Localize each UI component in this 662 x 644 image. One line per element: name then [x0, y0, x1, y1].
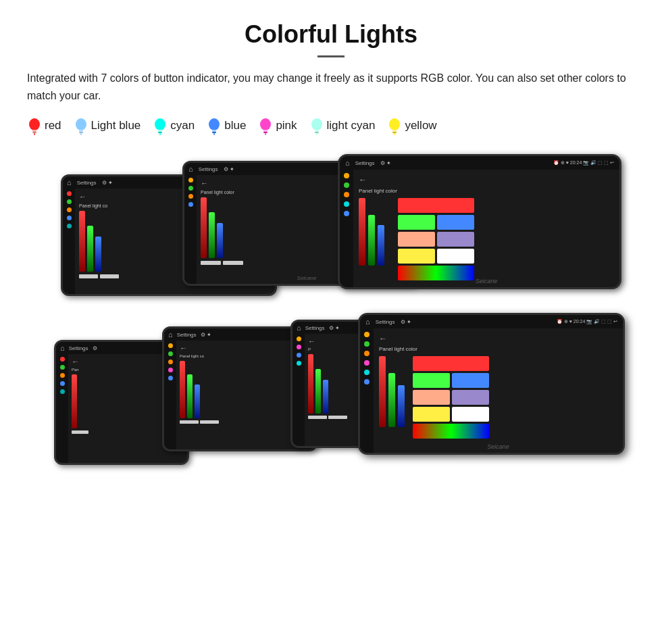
color-item-cyan: cyan	[153, 116, 195, 135]
svg-rect-18	[263, 132, 268, 133]
svg-rect-9	[158, 130, 162, 132]
title-divider	[317, 55, 345, 57]
color-label-lightcyan: light cyan	[327, 119, 376, 132]
color-label-blue: blue	[224, 119, 246, 132]
device-7: ⌂ Settings ⚙ ✦ ⏰ ⊕ ♥ 20:24 📷 🔊 ⬚ ⬚ ↩ ← P…	[358, 313, 625, 455]
svg-rect-25	[392, 130, 397, 132]
color-item-yellow: yellow	[387, 116, 436, 135]
svg-point-8	[155, 118, 166, 130]
color-indicators-row: red Light blue cyan	[27, 116, 635, 135]
svg-rect-6	[79, 132, 83, 133]
device-row-2: ⌂ Settings ⚙ MIC RST ← Pan	[34, 313, 628, 475]
page-title: Colorful Lights	[27, 20, 635, 49]
color-label-pink: pink	[276, 119, 297, 132]
bulb-icon-red	[27, 116, 42, 135]
svg-rect-17	[263, 130, 268, 132]
svg-rect-22	[315, 132, 319, 133]
svg-point-24	[389, 118, 400, 130]
bulb-icon-yellow	[387, 116, 402, 135]
svg-point-20	[311, 118, 322, 130]
color-label-lightblue: Light blue	[91, 119, 141, 132]
svg-rect-2	[32, 132, 36, 133]
bulb-icon-lightblue	[74, 116, 88, 135]
color-item-lightblue: Light blue	[74, 116, 141, 135]
device-row-1: ⌂ Settings ⚙ ✦ MIC ← Panel light co	[34, 154, 628, 303]
color-label-red: red	[45, 119, 61, 132]
svg-rect-5	[79, 130, 83, 132]
svg-point-4	[76, 118, 86, 130]
svg-point-12	[209, 118, 220, 130]
svg-rect-14	[212, 132, 216, 133]
color-item-lightcyan: light cyan	[309, 116, 376, 135]
color-label-cyan: cyan	[170, 119, 195, 132]
bulb-icon-blue	[207, 116, 222, 135]
color-item-red: red	[27, 116, 61, 135]
bulb-icon-lightcyan	[309, 116, 324, 135]
description: Integrated with 7 colors of button indic…	[27, 70, 635, 104]
svg-rect-10	[158, 132, 162, 133]
device-3: ⌂ Settings ⚙ ✦ ⏰ ⊕ ♥ 20:24 📷 🔊 ⬚ ⬚ ↩ ← P…	[338, 154, 621, 289]
color-item-pink: pink	[258, 116, 297, 135]
page-container: Colorful Lights Integrated with 7 colors…	[0, 0, 662, 495]
bulb-icon-cyan	[153, 116, 168, 135]
svg-point-0	[29, 118, 40, 130]
svg-rect-13	[212, 130, 216, 132]
svg-point-16	[260, 118, 271, 130]
svg-rect-21	[315, 130, 319, 132]
svg-rect-1	[32, 130, 36, 132]
color-label-yellow: yellow	[405, 119, 436, 132]
color-item-blue: blue	[207, 116, 246, 135]
bulb-icon-pink	[258, 116, 273, 135]
svg-rect-26	[392, 132, 397, 133]
